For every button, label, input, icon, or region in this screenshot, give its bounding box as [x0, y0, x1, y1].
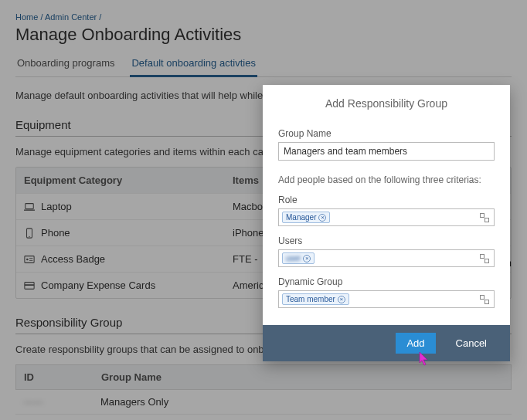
dynamic-group-label: Dynamic Group — [278, 276, 495, 287]
picker-icon[interactable] — [480, 254, 489, 263]
cancel-button[interactable]: Cancel — [445, 333, 498, 354]
criteria-label: Add people based on the following three … — [278, 174, 495, 185]
group-name-label: Group Name — [278, 128, 495, 139]
svg-rect-11 — [485, 218, 489, 222]
users-input[interactable]: user × — [278, 249, 495, 267]
svg-rect-10 — [481, 213, 484, 217]
modal-title: Add Responsibility Group — [263, 85, 510, 117]
dynamic-group-chip: Team member × — [282, 293, 349, 305]
remove-chip-icon[interactable]: × — [318, 214, 326, 222]
remove-chip-icon[interactable]: × — [338, 296, 345, 303]
svg-rect-15 — [485, 300, 489, 303]
svg-rect-13 — [485, 259, 489, 262]
picker-icon[interactable] — [480, 213, 489, 222]
svg-rect-14 — [481, 295, 484, 299]
picker-icon[interactable] — [480, 295, 489, 304]
remove-chip-icon[interactable]: × — [303, 255, 311, 262]
role-chip: Manager × — [282, 212, 330, 223]
add-responsibility-group-modal: Add Responsibility Group Group Name Add … — [263, 85, 510, 361]
role-input[interactable]: Manager × — [278, 208, 495, 226]
role-label: Role — [278, 195, 495, 205]
users-chip: user × — [282, 252, 314, 264]
users-label: Users — [278, 235, 495, 246]
svg-rect-12 — [481, 254, 484, 258]
modal-footer: Add Cancel — [263, 325, 510, 361]
group-name-input[interactable] — [278, 142, 495, 161]
dynamic-group-input[interactable]: Team member × — [278, 290, 495, 308]
add-button[interactable]: Add — [396, 333, 435, 354]
